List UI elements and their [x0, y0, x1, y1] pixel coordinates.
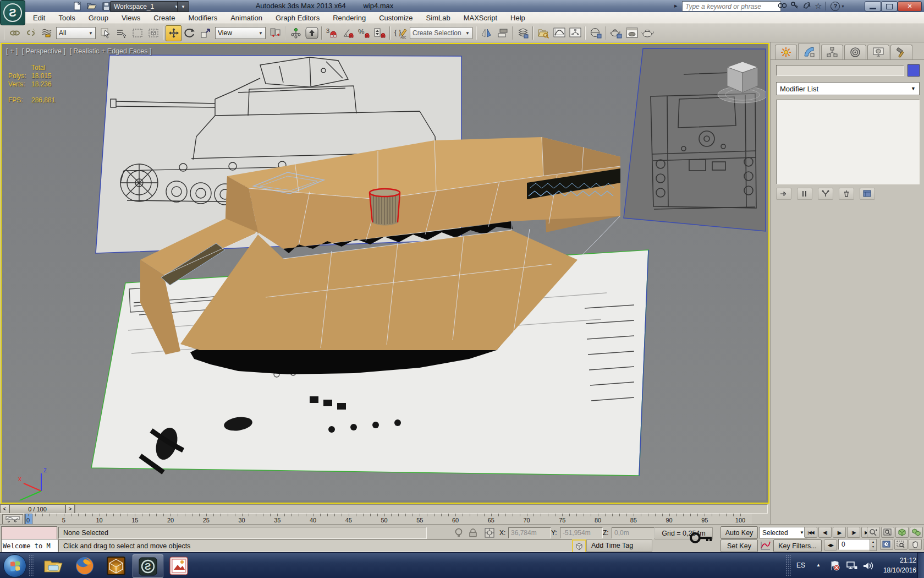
communication-center-icon[interactable] [802, 1, 811, 11]
zoom-extents-icon[interactable] [895, 527, 909, 538]
tab-motion[interactable] [844, 45, 866, 59]
viewport-menu-pov[interactable]: [ Perspective ] [22, 47, 65, 55]
schematic-view-icon[interactable] [567, 25, 583, 41]
rect-selection-region-icon[interactable] [129, 25, 145, 41]
z-coord-field[interactable]: 0,0m [612, 527, 654, 538]
set-key-button[interactable]: Set Key [721, 539, 758, 552]
material-editor-icon[interactable] [587, 25, 603, 41]
keyboard-shortcut-override-icon[interactable] [304, 25, 320, 41]
mirror-icon[interactable] [479, 25, 494, 41]
taskbar-3dsmax-active[interactable]: Ƨ [133, 554, 163, 578]
network-icon[interactable] [846, 560, 858, 573]
set-key-mode-icon[interactable] [689, 530, 715, 547]
use-pivot-point-icon[interactable] [267, 25, 283, 41]
viewport-menu-shading[interactable]: [ Realistic + Edged Faces ] [69, 47, 151, 55]
select-and-manipulate-icon[interactable] [288, 25, 304, 41]
tab-display[interactable] [867, 45, 889, 59]
taskbar-firefox[interactable] [70, 554, 100, 577]
viewport-menu-general[interactable]: [ + ] [6, 47, 18, 55]
menu-simlab[interactable]: SimLab [420, 13, 457, 23]
snap-toggle-3d-icon[interactable]: 3 [324, 25, 340, 41]
scene-explorer-icon[interactable] [535, 25, 551, 41]
time-configuration-icon[interactable] [880, 539, 893, 550]
maxscript-mini-listener[interactable]: Welcome to M [1, 539, 58, 553]
show-end-result-icon[interactable] [797, 188, 812, 200]
menu-maxscript[interactable]: MAXScript [457, 13, 504, 23]
percent-snap-icon[interactable]: % [356, 25, 372, 41]
tab-create[interactable] [775, 45, 797, 59]
object-color-swatch[interactable] [908, 64, 920, 77]
restore-button[interactable] [881, 1, 898, 12]
tray-clock[interactable]: 21:12 18/10/2016 [869, 555, 916, 575]
application-menu-button[interactable]: Ƨ [0, 0, 25, 25]
key-step-toggle[interactable]: ◀▶ [824, 539, 837, 550]
menu-graph-editors[interactable]: Graph Editors [269, 13, 326, 23]
current-frame-field[interactable]: 0 [838, 539, 873, 550]
show-desktop-button[interactable] [917, 553, 924, 578]
pan-hand-icon[interactable] [909, 539, 922, 550]
time-slider-next-button[interactable]: > [65, 504, 75, 514]
zoom-extents-all-icon[interactable] [910, 527, 923, 538]
zoom-all-icon[interactable] [881, 527, 894, 538]
action-center-flag-icon[interactable] [829, 560, 840, 573]
search-input[interactable]: Type a keyword or phrase [682, 1, 781, 12]
spinner-snap-icon[interactable] [372, 25, 388, 41]
minimize-button[interactable] [865, 1, 881, 12]
select-and-scale-icon[interactable] [197, 25, 213, 41]
x-coord-field[interactable]: 36,784m [508, 527, 551, 538]
search-icon[interactable] [778, 1, 787, 11]
menu-edit[interactable]: Edit [26, 13, 52, 23]
bind-to-spacewarp-icon[interactable] [38, 25, 54, 41]
modifier-stack[interactable] [776, 100, 920, 184]
play-button[interactable]: ▶ [833, 527, 846, 538]
rendered-frame-window-icon[interactable] [624, 25, 640, 41]
tab-utilities[interactable] [890, 45, 912, 59]
perspective-viewport[interactable]: z x y [ + ] [ Perspective ] [ Realistic … [1, 43, 769, 504]
select-and-move-icon[interactable] [166, 25, 182, 41]
previous-frame-button[interactable]: ◀|| [818, 527, 832, 538]
menu-customize[interactable]: Customize [372, 13, 419, 23]
zoom-icon[interactable] [867, 527, 880, 538]
adaptive-degradation-icon[interactable] [454, 528, 463, 539]
track-bar-ruler[interactable]: 0510152025303540455055606570758085909510… [24, 514, 752, 525]
help-icon[interactable]: ? ▾ [829, 2, 845, 11]
auto-key-button[interactable]: Auto Key [721, 526, 758, 539]
named-selection-combo[interactable]: Create Selection Se▼ [410, 27, 472, 39]
window-crossing-icon[interactable] [145, 25, 161, 41]
time-slider-handle[interactable]: 0 / 100 [9, 504, 65, 514]
next-frame-button[interactable]: ||▶ [847, 527, 860, 538]
tab-modify[interactable] [798, 43, 820, 59]
frame-spinner[interactable]: ▲▼ [870, 539, 877, 551]
angle-snap-icon[interactable] [340, 25, 356, 41]
add-time-tag[interactable]: Add Time Tag [586, 539, 652, 552]
taskbar-picture-manager[interactable] [164, 554, 194, 577]
subscription-key-icon[interactable] [790, 1, 799, 11]
absolute-offset-toggle-icon[interactable] [484, 527, 495, 540]
language-indicator[interactable]: ES [796, 561, 805, 569]
render-production-icon[interactable] [640, 25, 656, 41]
selected-cylinder[interactable] [370, 189, 400, 226]
tray-expand-icon[interactable]: ▲ [816, 563, 821, 568]
edit-named-selection-sets-icon[interactable]: { }ABC [392, 25, 408, 41]
viewport-canvas[interactable]: z x y [2, 44, 766, 500]
favorites-star-icon[interactable]: ☆ [815, 1, 822, 11]
search-expand-icon[interactable]: ▸ [674, 2, 678, 9]
menu-group[interactable]: Group [82, 13, 115, 23]
curve-editor-icon[interactable] [551, 25, 567, 41]
menu-tools[interactable]: Tools [52, 13, 81, 23]
region-zoom-icon[interactable] [894, 539, 908, 550]
select-link-icon[interactable] [7, 25, 23, 41]
time-slider-track[interactable] [75, 504, 768, 514]
key-filters-button[interactable]: Key Filters... [773, 539, 822, 552]
unlink-icon[interactable] [23, 25, 38, 41]
render-setup-icon[interactable] [608, 25, 624, 41]
select-and-rotate-icon[interactable] [182, 25, 197, 41]
menu-create[interactable]: Create [147, 13, 182, 23]
configure-modifier-sets-icon[interactable] [860, 188, 875, 200]
pin-stack-icon[interactable] [776, 188, 791, 200]
selection-filter-dropdown[interactable]: All▼ [56, 27, 96, 39]
manage-layers-icon[interactable] [515, 25, 531, 41]
make-unique-icon[interactable] [818, 188, 833, 200]
go-to-start-button[interactable]: |◀◀ [804, 527, 817, 538]
align-icon[interactable] [494, 25, 510, 41]
